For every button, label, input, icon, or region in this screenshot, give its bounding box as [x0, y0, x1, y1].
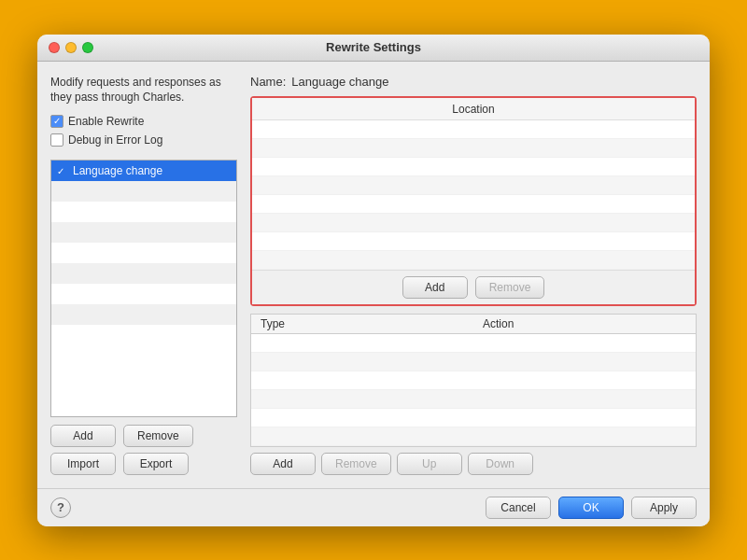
title-bar: Rewrite Settings [37, 35, 710, 62]
list-item[interactable] [51, 222, 236, 243]
rules-row [251, 334, 696, 353]
location-section: Location Add Remove [250, 96, 697, 306]
list-item[interactable] [51, 284, 236, 304]
list-item[interactable]: ✓ Language change [51, 161, 236, 181]
list-item[interactable] [51, 181, 236, 202]
list-item[interactable] [51, 202, 236, 222]
location-rows [252, 120, 695, 270]
enable-rewrite-row[interactable]: ✓ Enable Rewrite [50, 115, 237, 128]
close-button[interactable] [49, 42, 60, 53]
location-row [252, 139, 695, 158]
location-header: Location [252, 98, 695, 120]
rewrite-sets-list[interactable]: ✓ Language change [50, 160, 237, 416]
item-label: Language change [73, 164, 162, 177]
action-col-header: Action [473, 315, 696, 333]
left-panel-buttons: Add Remove Import Export [50, 425, 237, 475]
rules-row [251, 427, 696, 446]
bottom-bar: ? Cancel OK Apply [37, 488, 710, 526]
rules-add-button[interactable]: Add [250, 453, 316, 475]
location-add-button[interactable]: Add [402, 276, 468, 299]
location-row [252, 251, 695, 270]
bottom-right-buttons: Cancel OK Apply [486, 497, 697, 519]
right-panel: Name: Language change Location [250, 75, 697, 475]
export-button[interactable]: Export [123, 453, 189, 475]
rules-buttons: Add Remove Up Down [250, 453, 697, 475]
check-icon: ✓ [53, 117, 61, 126]
location-row [252, 195, 695, 214]
left-remove-button[interactable]: Remove [123, 425, 193, 447]
import-button[interactable]: Import [50, 453, 116, 475]
add-remove-row: Add Remove [50, 425, 237, 447]
debug-log-row[interactable]: Debug in Error Log [50, 133, 237, 147]
item-check-icon: ✓ [57, 166, 68, 176]
location-row [252, 214, 695, 232]
debug-log-checkbox[interactable] [50, 133, 63, 147]
maximize-button[interactable] [82, 42, 93, 53]
left-panel: Modify requests and responses as they pa… [50, 75, 237, 475]
help-button[interactable]: ? [50, 497, 71, 518]
traffic-lights [49, 42, 93, 53]
enable-rewrite-checkbox[interactable]: ✓ [50, 115, 63, 128]
window-title: Rewrite Settings [326, 40, 421, 54]
rules-header: Type Action [250, 314, 697, 333]
location-row [252, 232, 695, 251]
enable-rewrite-label: Enable Rewrite [68, 115, 144, 128]
name-label: Name: [250, 75, 286, 89]
location-header-text: Location [452, 103, 494, 116]
type-col-header: Type [251, 315, 473, 333]
rules-remove-button[interactable]: Remove [321, 453, 391, 475]
rules-row [251, 409, 696, 427]
location-row [252, 176, 695, 195]
location-row [252, 158, 695, 176]
apply-button[interactable]: Apply [631, 497, 697, 519]
rules-row [251, 390, 696, 409]
rules-section: Type Action Add Remove Up Down [250, 314, 697, 475]
name-row: Name: Language change [250, 75, 697, 89]
rules-rows [250, 333, 697, 447]
rules-row [251, 353, 696, 371]
import-export-row: Import Export [50, 453, 237, 475]
window-body: Modify requests and responses as they pa… [37, 62, 710, 488]
location-row [252, 120, 695, 139]
name-value: Language change [291, 75, 388, 89]
rules-up-button[interactable]: Up [397, 453, 462, 475]
location-remove-button[interactable]: Remove [475, 276, 545, 299]
list-item[interactable] [51, 325, 236, 345]
description-text: Modify requests and responses as they pa… [50, 75, 237, 106]
rules-row [251, 371, 696, 390]
list-item[interactable] [51, 304, 236, 325]
ok-button[interactable]: OK [558, 497, 624, 519]
rules-down-button[interactable]: Down [468, 453, 533, 475]
list-item[interactable] [51, 263, 236, 284]
debug-log-label: Debug in Error Log [68, 133, 162, 147]
left-add-button[interactable]: Add [50, 425, 116, 447]
list-item[interactable] [51, 243, 236, 263]
cancel-button[interactable]: Cancel [486, 497, 551, 519]
minimize-button[interactable] [65, 42, 77, 53]
location-buttons: Add Remove [252, 270, 695, 304]
rewrite-settings-window: Rewrite Settings Modify requests and res… [37, 35, 710, 526]
